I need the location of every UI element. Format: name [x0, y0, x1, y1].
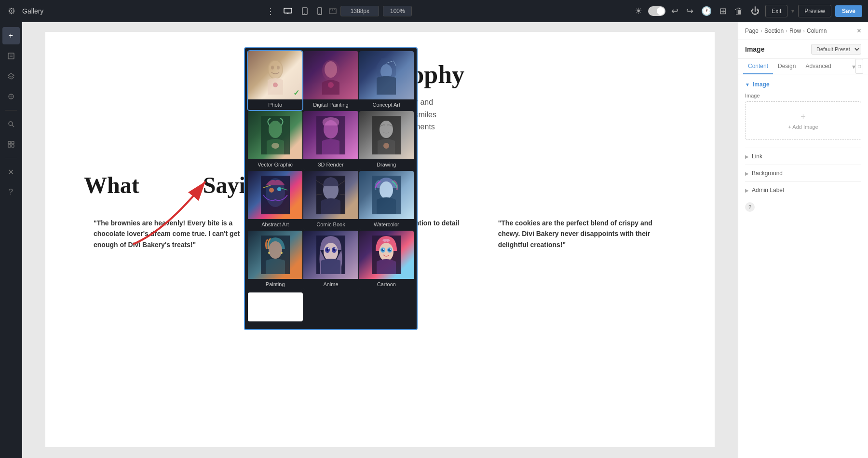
panel-section-header-image[interactable]: ▼ Image — [745, 81, 861, 88]
gallery-title: Gallery — [22, 7, 43, 15]
tab-advanced[interactable]: Advanced — [800, 59, 836, 74]
close-panel-button[interactable]: × — [857, 27, 861, 35]
sun-icon[interactable]: ☀ — [633, 4, 644, 18]
image-upload-area[interactable]: + + Add Image — [745, 101, 861, 140]
testimonial-card-3: "The cookies are the perfect blend of cr… — [488, 208, 676, 260]
save-button[interactable]: Save — [835, 5, 862, 17]
breadcrumb-section[interactable]: Section — [764, 28, 784, 34]
more-options-icon[interactable]: ⋮ — [264, 4, 277, 18]
topbar-left: ⚙ Gallery — [6, 4, 43, 18]
topbar-right: ☀ ↩ ↪ 🕐 ⊞ 🗑 ⏻ Exit ▾ Preview Save — [633, 4, 862, 18]
testimonial-text-3: "The cookies are the perfect blend of cr… — [498, 218, 666, 250]
breadcrumb-column[interactable]: Column — [807, 28, 827, 34]
sidebar-add-btn[interactable]: + — [2, 27, 20, 44]
desktop-device-btn[interactable] — [281, 6, 295, 16]
svg-rect-0 — [284, 8, 292, 13]
breadcrumb-row[interactable]: Row — [789, 28, 801, 34]
selected-checkmark: ✓ — [293, 88, 299, 97]
style-label-photo: Photo — [248, 99, 302, 110]
canvas-area: Our Philosophy At Divi Bakery, of creati… — [22, 22, 738, 458]
style-item-concept-art[interactable]: Concept Art — [359, 51, 414, 110]
style-item-anime[interactable]: Anime — [303, 231, 358, 290]
zoom-input[interactable] — [383, 6, 412, 16]
width-input[interactable] — [340, 6, 379, 16]
svg-point-24 — [273, 83, 278, 87]
redo-icon[interactable]: ↪ — [684, 4, 695, 18]
style-item-cartoon[interactable]: Cartoon — [359, 231, 414, 290]
sidebar-pages-btn[interactable] — [2, 47, 20, 65]
sidebar-components-btn[interactable] — [2, 136, 20, 153]
settings-icon[interactable]: ⚙ — [6, 4, 17, 18]
field-image-label: Image — [745, 93, 861, 98]
style-label-watercolor: Watercolor — [359, 219, 414, 230]
svg-point-4 — [305, 13, 306, 14]
ruler-icon — [329, 8, 337, 14]
style-thumb-vector — [248, 111, 302, 159]
svg-point-50 — [380, 181, 393, 199]
style-item-abstract-art[interactable]: Abstract Art — [248, 171, 302, 230]
style-item-comic-book[interactable]: Comic Book — [303, 171, 358, 230]
tab-design[interactable]: Design — [773, 59, 800, 74]
trash-icon[interactable]: 🗑 — [732, 4, 745, 18]
preset-selector[interactable]: Default Preset — [811, 44, 861, 55]
panel-body: ▼ Image Image + + Add Image ▶ Link ▶ Bac… — [738, 74, 868, 458]
style-item-watercolor[interactable]: Watercolor — [359, 171, 414, 230]
theme-toggle[interactable] — [648, 6, 665, 16]
layout-icon[interactable]: ⊞ — [718, 4, 729, 18]
admin-caret: ▶ — [745, 188, 749, 193]
svg-point-54 — [281, 252, 283, 254]
help-icon[interactable]: ? — [745, 202, 755, 212]
testimonial-card-1: "The brownies are heavenly! Every bite i… — [84, 208, 271, 260]
undo-icon[interactable]: ↩ — [669, 4, 680, 18]
style-thumb-empty — [248, 292, 303, 321]
collapsible-admin-label[interactable]: ▶ Admin Label — [745, 181, 861, 198]
style-label-digital-painting: Digital Painting — [303, 99, 358, 110]
sidebar-tools-btn[interactable]: ✕ — [2, 163, 20, 180]
exit-dropdown-icon[interactable]: ▾ — [791, 8, 794, 14]
style-item-vector-graphic[interactable]: Vector Graphic — [248, 111, 302, 170]
sidebar-help-btn[interactable]: ? — [2, 183, 20, 201]
mobile-device-btn[interactable] — [314, 5, 325, 17]
svg-point-62 — [334, 248, 336, 250]
style-item-photo[interactable]: ✓ Photo — [248, 51, 302, 110]
section-image-label: Image — [753, 81, 770, 88]
panel-header: Image Default Preset — [738, 40, 868, 59]
collapsible-link[interactable]: ▶ Link — [745, 148, 861, 165]
popup-bottom-area — [245, 292, 417, 324]
breadcrumb-page[interactable]: Page — [745, 28, 759, 34]
style-label-cartoon: Cartoon — [359, 279, 414, 290]
sidebar-search-btn[interactable] — [2, 115, 20, 133]
collapsible-background[interactable]: ▶ Background — [745, 165, 861, 181]
svg-point-35 — [380, 121, 393, 138]
style-thumb-drawing — [359, 111, 414, 159]
svg-point-26 — [325, 61, 337, 78]
style-item-digital-painting[interactable]: Digital Painting — [303, 51, 358, 110]
tab-content[interactable]: Content — [743, 59, 773, 74]
topbar: ⚙ Gallery ⋮ ☀ ↩ ↪ 🕐 ⊞ 🗑 ⏻ Exit ▾ Preview… — [0, 0, 868, 22]
main-layout: + ✕ ? Our Philosophy — [0, 22, 868, 458]
add-image-icon: + — [800, 112, 806, 122]
svg-point-30 — [269, 121, 282, 138]
svg-rect-19 — [12, 145, 14, 147]
style-label-painting: Painting — [248, 279, 302, 290]
style-item-drawing[interactable]: Drawing — [359, 111, 414, 170]
sidebar-layers-btn[interactable] — [2, 68, 20, 85]
power-icon[interactable]: ⏻ — [749, 4, 761, 18]
style-item-3d-render[interactable]: 3D Render — [303, 111, 358, 170]
style-label-3d-render: 3D Render — [303, 159, 358, 170]
breadcrumb-sep-2: › — [786, 28, 787, 34]
exit-button[interactable]: Exit — [765, 5, 787, 17]
preview-button[interactable]: Preview — [798, 5, 831, 17]
style-item-painting[interactable]: Painting — [248, 231, 302, 290]
tablet-device-btn[interactable] — [299, 5, 311, 17]
style-item-empty[interactable] — [248, 292, 303, 321]
tab-more-btn[interactable]: ▾ — [852, 59, 855, 74]
style-thumb-concept — [359, 51, 414, 99]
sidebar-theme-btn[interactable] — [2, 88, 20, 105]
svg-point-27 — [328, 82, 334, 88]
right-panel: Page › Section › Row › Column × Image De… — [738, 22, 868, 458]
collapse-icon: ▼ — [745, 82, 750, 87]
history-icon[interactable]: 🕐 — [699, 4, 714, 18]
link-caret: ▶ — [745, 154, 749, 159]
tab-layout-btn[interactable]: □ — [855, 59, 863, 74]
